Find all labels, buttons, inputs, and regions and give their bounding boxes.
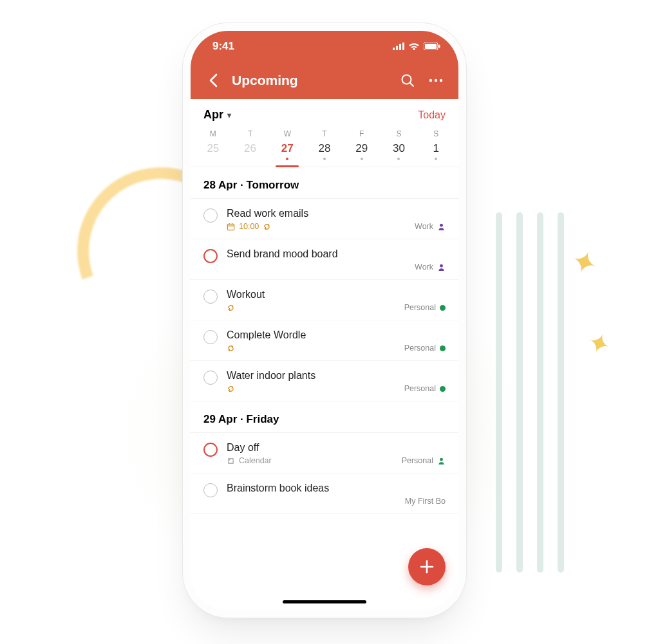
day-column-30[interactable]: S30 <box>381 129 418 167</box>
day-of-week-label: F <box>343 129 381 138</box>
task-title: Read work emails <box>227 208 446 219</box>
task-title: Workout <box>227 289 446 300</box>
day-number: 26 <box>232 142 269 155</box>
day-of-week-label: S <box>417 129 455 138</box>
day-has-tasks-dot <box>397 158 400 160</box>
task-project: Personal <box>402 456 446 465</box>
task-row[interactable]: WorkoutPersonal <box>191 280 458 320</box>
task-meta-left <box>227 385 235 393</box>
day-column-26[interactable]: T26 <box>232 129 269 167</box>
phone-frame: 9:41 Upcoming Apr ▾ <box>191 31 458 610</box>
month-selector-row: Apr ▾ Today <box>191 99 458 125</box>
more-options-button[interactable] <box>426 71 446 90</box>
day-number: 30 <box>381 142 418 155</box>
day-of-week-label: S <box>381 129 418 138</box>
add-task-button[interactable] <box>408 548 446 585</box>
task-checkbox[interactable] <box>203 208 218 223</box>
task-row[interactable]: Send brand mood boardWork <box>191 239 458 280</box>
project-name: Work <box>415 262 433 271</box>
day-column-28[interactable]: T28 <box>306 129 343 167</box>
back-button[interactable] <box>203 71 223 90</box>
task-row[interactable]: Water indoor plantsPersonal <box>191 361 458 401</box>
task-body: Send brand mood boardWork <box>227 248 446 271</box>
today-button[interactable]: Today <box>418 109 446 121</box>
task-title: Brainstorm book ideas <box>227 483 446 494</box>
project-name: Personal <box>404 303 436 312</box>
day-column-1[interactable]: S1 <box>417 129 455 167</box>
project-name: Work <box>415 222 433 231</box>
svg-point-10 <box>435 79 437 82</box>
svg-rect-12 <box>227 224 234 230</box>
chevron-down-icon: ▾ <box>227 111 231 120</box>
task-title: Complete Wordle <box>227 329 446 341</box>
month-label: Apr <box>203 108 223 122</box>
person-icon <box>437 457 446 465</box>
month-selector[interactable]: Apr ▾ <box>203 108 231 122</box>
day-of-week-label: T <box>306 129 343 138</box>
calendar-icon <box>227 223 235 231</box>
task-time: 10:00 <box>239 222 259 231</box>
task-checkbox[interactable] <box>203 330 218 344</box>
task-row[interactable]: Complete WordlePersonal <box>191 320 458 361</box>
plus-icon <box>419 558 435 575</box>
task-list[interactable]: 28 Apr · TomorrowRead work emails10:00Wo… <box>191 167 458 610</box>
day-column-27[interactable]: W27 <box>268 129 306 167</box>
recurring-icon <box>227 304 235 312</box>
task-body: Water indoor plantsPersonal <box>227 370 446 393</box>
task-project: Work <box>415 262 446 271</box>
day-column-29[interactable]: F29 <box>343 129 381 167</box>
project-name: My First Bo <box>405 497 446 506</box>
search-button[interactable] <box>398 71 417 90</box>
task-body: Read work emails10:00Work <box>227 208 446 231</box>
svg-point-18 <box>229 459 230 460</box>
decorative-sparkle-icon: ✦ <box>583 325 616 362</box>
task-row[interactable]: Brainstorm book ideasMy First Bo <box>191 474 458 514</box>
task-project: Work <box>415 222 446 231</box>
svg-point-17 <box>440 264 443 267</box>
task-body: Brainstorm book ideasMy First Bo <box>227 483 446 506</box>
project-name: Personal <box>404 344 436 353</box>
svg-rect-0 <box>393 48 395 50</box>
battery-icon <box>424 42 440 50</box>
task-checkbox[interactable] <box>203 249 218 263</box>
task-meta-left: Calendar <box>227 456 272 465</box>
status-time: 9:41 <box>212 40 234 53</box>
day-number: 1 <box>417 142 455 155</box>
task-meta: Personal <box>227 384 446 393</box>
task-checkbox[interactable] <box>203 483 218 497</box>
task-title: Day off <box>227 442 446 454</box>
decorative-teal-stripes <box>488 212 572 573</box>
svg-rect-1 <box>396 46 398 50</box>
day-has-tasks-dot <box>435 158 437 160</box>
task-meta-left: 10:00 <box>227 222 271 231</box>
task-checkbox[interactable] <box>203 443 218 457</box>
day-column-25[interactable]: M25 <box>194 129 232 167</box>
day-has-tasks-dot <box>286 158 288 160</box>
phone-notch <box>267 31 382 50</box>
home-indicator <box>283 600 366 603</box>
svg-rect-2 <box>399 44 401 50</box>
project-color-dot <box>440 345 446 351</box>
task-label: Calendar <box>239 456 272 465</box>
task-checkbox[interactable] <box>203 371 218 385</box>
svg-point-19 <box>440 457 443 461</box>
svg-point-9 <box>429 79 432 82</box>
week-strip: M25T26W27T28F29S30S1 <box>191 125 458 167</box>
svg-point-16 <box>440 223 443 226</box>
project-name: Personal <box>404 384 436 393</box>
svg-rect-6 <box>438 45 440 48</box>
task-row[interactable]: Read work emails10:00Work <box>191 199 458 239</box>
task-meta: Personal <box>227 344 446 353</box>
section-heading: 29 Apr · Friday <box>191 401 458 433</box>
task-project: Personal <box>404 344 446 353</box>
day-number: 28 <box>306 142 343 155</box>
project-name: Personal <box>402 456 433 465</box>
wifi-icon <box>408 42 420 50</box>
task-meta: Work <box>227 262 446 271</box>
nav-header: Upcoming <box>191 62 458 99</box>
task-checkbox[interactable] <box>203 290 218 304</box>
project-color-dot <box>440 386 446 392</box>
task-row[interactable]: Day offCalendarPersonal <box>191 433 458 474</box>
svg-rect-3 <box>402 42 404 50</box>
task-project: My First Bo <box>405 497 446 506</box>
